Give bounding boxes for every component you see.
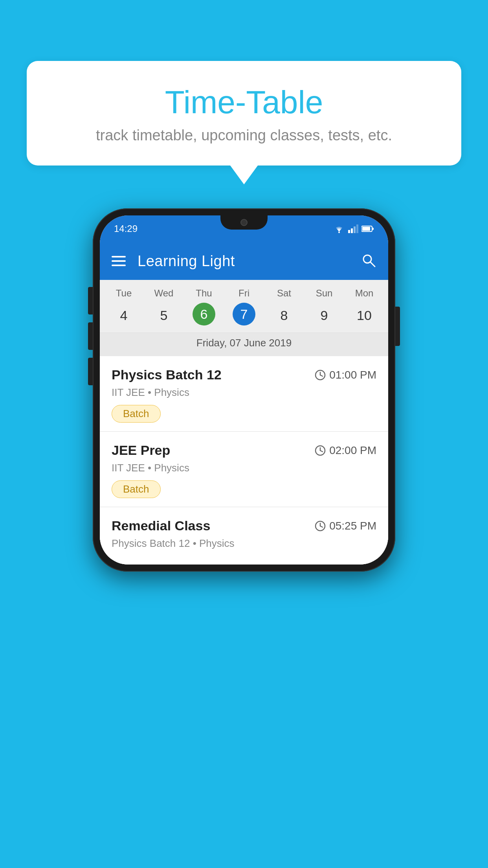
clock-icon-1 [314,369,326,381]
speech-bubble-card: Time-Table track timetable, upcoming cla… [27,61,461,166]
day-header-sat: Sat [264,288,304,303]
svg-rect-3 [354,226,356,233]
day-header-thu: Thu [184,288,224,303]
class-time-1: 01:00 PM [314,369,376,381]
search-icon [361,252,376,268]
class-item-header-3: Remedial Class 05:25 PM [112,518,376,533]
class-list: Physics Batch 12 01:00 PM IIT JEE • Phys… [100,356,388,565]
class-time-2: 02:00 PM [314,444,376,457]
svg-line-18 [320,526,323,527]
speech-bubble-subtitle: track timetable, upcoming classes, tests… [46,127,442,144]
calendar-strip: Tue Wed Thu Fri Sat Sun Mon 4 5 6 7 8 9 … [100,280,388,356]
clock-icon-2 [314,445,326,456]
speech-bubble-title: Time-Table [46,85,442,120]
clock-icon-3 [314,520,326,532]
svg-rect-2 [351,228,353,233]
class-subtitle-3: Physics Batch 12 • Physics [112,537,376,550]
app-title: Learning Light [138,253,349,270]
hamburger-line-2 [112,260,126,262]
svg-line-15 [320,451,323,452]
day-10[interactable]: 10 [344,303,384,328]
class-item-header-2: JEE Prep 02:00 PM [112,443,376,458]
hamburger-line-1 [112,256,126,257]
class-item-1[interactable]: Physics Batch 12 01:00 PM IIT JEE • Phys… [100,356,388,432]
class-name-1: Physics Batch 12 [112,367,222,383]
day-header-sun: Sun [304,288,344,303]
class-name-3: Remedial Class [112,518,210,533]
day-headers: Tue Wed Thu Fri Sat Sun Mon [100,288,388,303]
battery-icon [361,225,374,232]
svg-point-0 [338,232,340,233]
day-header-fri: Fri [224,288,264,303]
status-bar: 14:29 [100,215,388,242]
search-button[interactable] [361,252,376,270]
svg-rect-6 [372,228,374,230]
app-bar: Learning Light [100,242,388,280]
camera-dot [240,219,248,226]
day-8[interactable]: 8 [264,303,304,328]
phone-wrapper: 14:29 [93,208,395,572]
status-time: 14:29 [114,223,138,234]
class-item-2[interactable]: JEE Prep 02:00 PM IIT JEE • Physics Batc… [100,432,388,507]
day-header-mon: Mon [344,288,384,303]
day-header-wed: Wed [144,288,184,303]
status-icons [333,224,374,233]
batch-tag-2: Batch [112,480,161,498]
batch-tag-1: Batch [112,405,161,423]
class-item-header-1: Physics Batch 12 01:00 PM [112,367,376,383]
phone-screen: 14:29 [100,215,388,565]
svg-rect-1 [348,230,350,233]
selected-date-label: Friday, 07 June 2019 [100,333,388,356]
wifi-icon [333,224,345,233]
day-4[interactable]: 4 [104,303,144,328]
day-5[interactable]: 5 [144,303,184,328]
class-subtitle-1: IIT JEE • Physics [112,386,376,399]
hamburger-line-3 [112,265,126,266]
day-6-today[interactable]: 6 [193,303,215,326]
day-9[interactable]: 9 [304,303,344,328]
day-numbers: 4 5 6 7 8 9 10 [100,303,388,333]
svg-line-12 [320,375,323,376]
notch [220,215,268,230]
hamburger-menu-button[interactable] [112,256,126,266]
class-item-3[interactable]: Remedial Class 05:25 PM Physics Batch 12… [100,507,388,565]
svg-line-9 [370,262,375,267]
svg-rect-4 [356,224,358,233]
class-time-3: 05:25 PM [314,520,376,532]
svg-rect-7 [362,227,370,231]
signal-icon [348,224,358,233]
day-7-selected[interactable]: 7 [233,303,255,326]
class-name-2: JEE Prep [112,443,170,458]
phone-shell: 14:29 [93,208,395,572]
class-subtitle-2: IIT JEE • Physics [112,462,376,474]
day-header-tue: Tue [104,288,144,303]
